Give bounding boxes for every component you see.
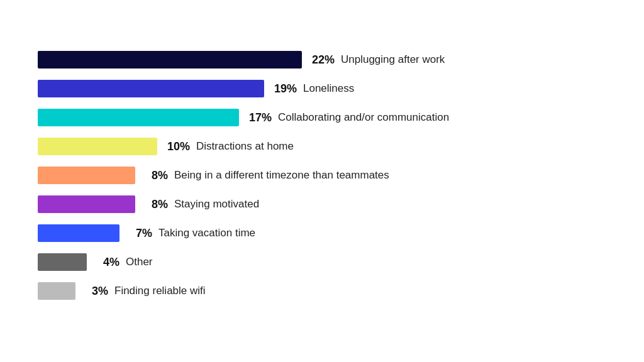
bar-row-vacation: 7%Taking vacation time <box>38 224 606 242</box>
bar-row-distractions: 10%Distractions at home <box>38 138 606 155</box>
pct-label-distractions: 10% <box>164 140 190 153</box>
pct-label-wifi: 3% <box>82 285 108 298</box>
desc-label-motivated: Staying motivated <box>174 198 259 211</box>
bar-loneliness <box>38 80 264 97</box>
bar-vacation <box>38 224 119 242</box>
pct-label-motivated: 8% <box>142 198 168 211</box>
bar-motivated <box>38 195 135 213</box>
bar-row-other: 4%Other <box>38 253 606 271</box>
desc-label-loneliness: Loneliness <box>303 82 354 95</box>
pct-label-vacation: 7% <box>126 227 152 240</box>
desc-label-vacation: Taking vacation time <box>158 227 255 239</box>
desc-label-unplugging: Unplugging after work <box>341 53 445 66</box>
bar-unplugging <box>38 51 302 69</box>
bar-timezone <box>38 167 135 184</box>
desc-label-distractions: Distractions at home <box>196 140 294 153</box>
desc-label-other: Other <box>126 256 153 268</box>
pct-label-unplugging: 22% <box>308 53 335 67</box>
desc-label-timezone: Being in a different timezone than teamm… <box>174 169 389 182</box>
pct-label-collaborating: 17% <box>245 111 272 124</box>
pct-label-loneliness: 19% <box>270 82 297 96</box>
bar-collaborating <box>38 109 239 126</box>
desc-label-collaborating: Collaborating and/or communication <box>278 111 449 124</box>
bar-row-loneliness: 19%Loneliness <box>38 80 606 97</box>
bar-row-wifi: 3%Finding reliable wifi <box>38 282 606 300</box>
desc-label-wifi: Finding reliable wifi <box>114 285 206 297</box>
bar-other <box>38 253 87 271</box>
chart-container: 22%Unplugging after work19%Loneliness17%… <box>0 26 644 336</box>
pct-label-other: 4% <box>93 256 119 269</box>
bar-row-unplugging: 22%Unplugging after work <box>38 51 606 69</box>
bar-row-motivated: 8%Staying motivated <box>38 195 606 213</box>
bar-wifi <box>38 282 75 300</box>
bar-distractions <box>38 138 157 155</box>
pct-label-timezone: 8% <box>142 169 168 182</box>
bar-row-collaborating: 17%Collaborating and/or communication <box>38 109 606 126</box>
bar-row-timezone: 8%Being in a different timezone than tea… <box>38 167 606 184</box>
